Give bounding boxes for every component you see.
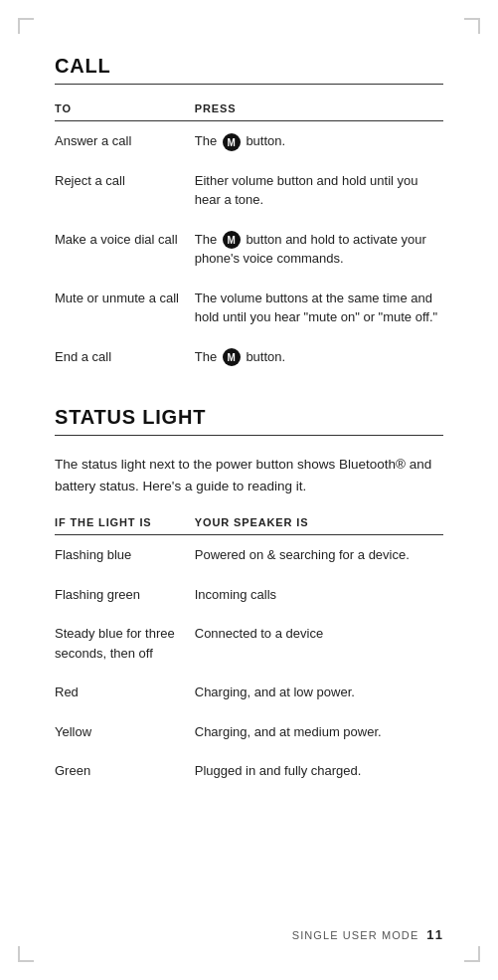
- table-row: Mute or unmute a callThe volume buttons …: [55, 279, 443, 337]
- table-row: End a callThe button.: [55, 337, 443, 377]
- status-speaker-cell: Incoming calls: [195, 575, 443, 615]
- status-light-cell: Yellow: [55, 712, 195, 752]
- call-to-cell: Make a voice dial call: [55, 220, 195, 279]
- status-speaker-cell: Charging, and at low power.: [195, 673, 443, 712]
- motorola-m-icon: [223, 231, 241, 249]
- call-title: CALL: [55, 55, 443, 78]
- table-row: Reject a callEither volume button and ho…: [55, 161, 443, 220]
- motorola-m-icon: [223, 348, 241, 366]
- corner-tl: [18, 18, 34, 34]
- call-press-cell: The volume buttons at the same time and …: [195, 279, 443, 337]
- status-speaker-cell: Charging, and at medium power.: [195, 712, 443, 752]
- call-col1-header: TO: [55, 102, 195, 121]
- status-light-cell: Flashing blue: [55, 535, 195, 575]
- status-col2-header: YOUR SPEAKER IS: [195, 516, 443, 535]
- call-table: TO PRESS Answer a callThe button.Reject …: [55, 102, 443, 376]
- call-col2-header: PRESS: [195, 102, 443, 121]
- page-content: CALL TO PRESS Answer a callThe button.Re…: [0, 0, 498, 876]
- status-speaker-cell: Powered on & searching for a device.: [195, 535, 443, 575]
- status-speaker-cell: Plugged in and fully charged.: [195, 751, 443, 791]
- table-row: Steady blue for three seconds, then offC…: [55, 614, 443, 673]
- table-row: YellowCharging, and at medium power.: [55, 712, 443, 752]
- status-table: IF THE LIGHT IS YOUR SPEAKER IS Flashing…: [55, 516, 443, 791]
- corner-bl: [18, 946, 34, 962]
- corner-br: [464, 946, 480, 962]
- table-row: RedCharging, and at low power.: [55, 673, 443, 712]
- call-to-cell: End a call: [55, 337, 195, 377]
- status-speaker-cell: Connected to a device: [195, 614, 443, 673]
- status-light-cell: Flashing green: [55, 575, 195, 615]
- call-to-cell: Reject a call: [55, 161, 195, 220]
- table-row: Flashing greenIncoming calls: [55, 575, 443, 615]
- call-press-cell: The button.: [195, 121, 443, 161]
- call-press-cell: The button.: [195, 337, 443, 377]
- motorola-m-icon: [223, 133, 241, 151]
- call-press-cell: The button and hold to activate your pho…: [195, 220, 443, 279]
- status-light-cell: Red: [55, 673, 195, 712]
- table-row: GreenPlugged in and fully charged.: [55, 751, 443, 791]
- footer: SINGLE USER MODE 11: [292, 927, 443, 942]
- status-title: STATUS LIGHT: [55, 406, 443, 429]
- corner-tr: [464, 18, 480, 34]
- footer-page: 11: [426, 927, 443, 942]
- table-row: Make a voice dial callThe button and hol…: [55, 220, 443, 279]
- status-divider: [55, 435, 443, 436]
- call-press-cell: Either volume button and hold until you …: [195, 161, 443, 220]
- status-col1-header: IF THE LIGHT IS: [55, 516, 195, 535]
- status-light-cell: Green: [55, 751, 195, 791]
- table-row: Flashing bluePowered on & searching for …: [55, 535, 443, 575]
- table-row: Answer a callThe button.: [55, 121, 443, 161]
- status-light-cell: Steady blue for three seconds, then off: [55, 614, 195, 673]
- call-divider: [55, 84, 443, 85]
- status-section: STATUS LIGHT The status light next to th…: [55, 406, 443, 791]
- footer-label: SINGLE USER MODE: [292, 929, 419, 941]
- call-to-cell: Mute or unmute a call: [55, 279, 195, 337]
- status-intro: The status light next to the power butto…: [55, 454, 443, 496]
- call-to-cell: Answer a call: [55, 121, 195, 161]
- call-section: CALL TO PRESS Answer a callThe button.Re…: [55, 55, 443, 376]
